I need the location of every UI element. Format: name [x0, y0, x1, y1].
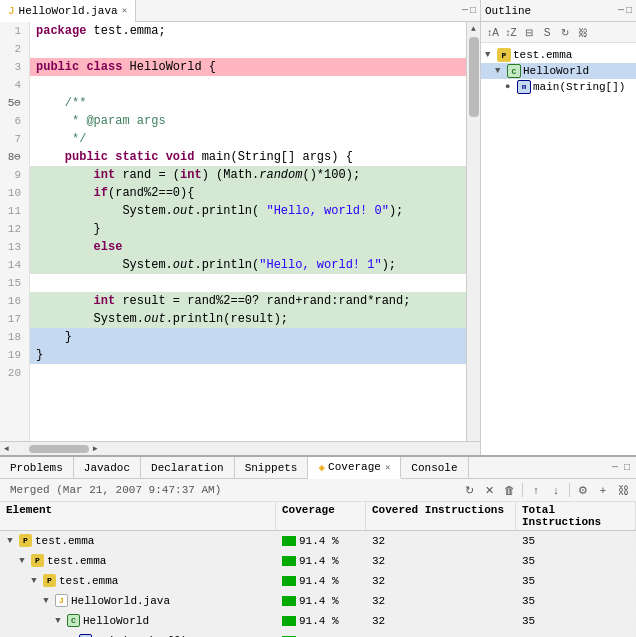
tab-coverage-close[interactable]: ✕ — [385, 462, 390, 473]
add-button[interactable]: + — [594, 481, 612, 499]
outline-maximize-icon[interactable]: □ — [626, 5, 632, 16]
table-row[interactable]: ▼ P test.emma 91.4 % 32 35 — [0, 551, 636, 571]
merged-text: Merged (Mar 21, 2007 9:47:37 AM) — [4, 482, 227, 498]
bottom-minimize-icon[interactable]: ─ — [610, 462, 620, 473]
line-num-18: 18 — [0, 328, 25, 346]
sort-az-button[interactable]: ↕A — [485, 24, 501, 40]
scroll-thumb-h[interactable] — [29, 445, 89, 453]
outline-item-test-emma[interactable]: ▼ P test.emma — [481, 47, 636, 63]
link2-button[interactable]: ⛓ — [614, 481, 632, 499]
expand-icon[interactable]: ▼ — [16, 555, 28, 567]
row-label: test.emma — [59, 575, 118, 587]
bottom-maximize-icon[interactable]: □ — [622, 462, 632, 473]
scroll-left-arrow[interactable]: ◄ — [4, 444, 9, 453]
toolbar-sep-1 — [522, 483, 523, 497]
toolbar-sep-2 — [569, 483, 570, 497]
coverage-header: Element Coverage Covered Instructions To… — [0, 502, 636, 531]
code-line-7: */ — [30, 130, 466, 148]
tab-problems[interactable]: Problems — [0, 457, 74, 479]
maximize-icon[interactable]: □ — [470, 5, 476, 16]
code-line-9: int rand = (int) (Math.random()*100); — [30, 166, 466, 184]
code-line-4 — [30, 76, 466, 94]
coverage-pct: 91.4 % — [299, 555, 339, 567]
code-line-10: if(rand%2==0){ — [30, 184, 466, 202]
code-area[interactable]: package test.emma; public class HelloWor… — [30, 22, 466, 441]
outline-toolbar: ↕A ↕Z ⊟ S ↻ ⛓ — [481, 22, 636, 43]
editor-tab[interactable]: J HelloWorld.java ✕ — [0, 0, 136, 22]
hide-static-button[interactable]: S — [539, 24, 555, 40]
line-num-15: 15 — [0, 274, 25, 292]
outline-minimize-icon[interactable]: ─ — [618, 5, 624, 16]
expand-method-icon[interactable]: ● — [505, 82, 515, 92]
tab-coverage-label: Coverage — [328, 461, 381, 473]
coverage-icon: ◈ — [318, 461, 325, 474]
tab-declaration[interactable]: Declaration — [141, 457, 235, 479]
table-row[interactable]: ● m main(String[]) 100.0 % 32 0 — [0, 631, 636, 637]
scroll-thumb-v[interactable] — [469, 37, 479, 117]
minimize-icon[interactable]: ─ — [462, 5, 468, 16]
line-num-16: 16 — [0, 292, 25, 310]
tab-javadoc[interactable]: Javadoc — [74, 457, 141, 479]
hide-fields-button[interactable]: ⊟ — [521, 24, 537, 40]
editor-tab-bar: J HelloWorld.java ✕ ─ □ — [0, 0, 480, 22]
export-button[interactable]: ↑ — [527, 481, 545, 499]
line-num-8: 8⊖ — [0, 148, 25, 166]
total-cell: 35 — [516, 594, 636, 608]
editor-tab-close[interactable]: ✕ — [122, 5, 127, 16]
clear-button[interactable]: ✕ — [480, 481, 498, 499]
editor-scrollbar-h[interactable]: ◄ ► — [0, 441, 480, 455]
expand-icon[interactable]: ▼ — [52, 615, 64, 627]
coverage-table: Element Coverage Covered Instructions To… — [0, 502, 636, 637]
expand-icon[interactable]: ▼ — [28, 575, 40, 587]
line-num-10: 10 — [0, 184, 25, 202]
link-button[interactable]: ⛓ — [575, 24, 591, 40]
tab-snippets[interactable]: Snippets — [235, 457, 309, 479]
coverage-cell-val: 91.4 % — [276, 594, 366, 608]
delete-button[interactable]: 🗑 — [500, 481, 518, 499]
line-num-6: 6 — [0, 112, 25, 130]
line-numbers: 1 2 3 4 5⊖ 6 7 8⊖ 9 10 11 12 13 14 15 16 — [0, 22, 30, 441]
code-line-1: package test.emma; — [30, 22, 466, 40]
top-area: J HelloWorld.java ✕ ─ □ 1 2 3 4 5⊖ 6 — [0, 0, 636, 455]
element-cell: ● m main(String[]) — [0, 633, 276, 637]
table-row[interactable]: ▼ P test.emma 91.4 % 32 35 — [0, 531, 636, 551]
coverage-pct: 91.4 % — [299, 615, 339, 627]
outline-window-controls: ─ □ — [618, 5, 632, 16]
code-line-19: } — [30, 346, 466, 364]
tab-console[interactable]: Console — [401, 457, 468, 479]
line-num-13: 13 — [0, 238, 25, 256]
outline-class-label: HelloWorld — [523, 65, 589, 77]
sync-button[interactable]: ↻ — [557, 24, 573, 40]
expand-icon[interactable]: ▼ — [40, 595, 52, 607]
total-cell: 35 — [516, 554, 636, 568]
line-num-7: 7 — [0, 130, 25, 148]
settings-button[interactable]: ⚙ — [574, 481, 592, 499]
table-row[interactable]: ▼ J HelloWorld.java 91.4 % 32 35 — [0, 591, 636, 611]
line-num-1: 1 — [0, 22, 25, 40]
coverage-bar — [282, 596, 296, 606]
line-num-17: 17 — [0, 310, 25, 328]
outline-item-helloworld[interactable]: ▼ C HelloWorld — [481, 63, 636, 79]
refresh-button[interactable]: ↻ — [460, 481, 478, 499]
code-line-13: else — [30, 238, 466, 256]
scroll-right-arrow[interactable]: ► — [93, 444, 98, 453]
expand-icon[interactable]: ▼ — [4, 535, 16, 547]
tab-coverage[interactable]: ◈ Coverage ✕ — [308, 457, 401, 479]
sort-za-button[interactable]: ↕Z — [503, 24, 519, 40]
row-class-icon: C — [67, 614, 80, 627]
header-covered: Covered Instructions — [366, 502, 516, 530]
editor-window-controls: ─ □ — [462, 5, 480, 16]
table-row[interactable]: ▼ C HelloWorld 91.4 % 32 35 — [0, 611, 636, 631]
expand-class-icon[interactable]: ▼ — [495, 66, 505, 76]
import-button[interactable]: ↓ — [547, 481, 565, 499]
coverage-cell-val: 91.4 % — [276, 574, 366, 588]
expand-pkg-icon[interactable]: ▼ — [485, 50, 495, 60]
table-row[interactable]: ▼ P test.emma 91.4 % 32 35 — [0, 571, 636, 591]
outline-item-main[interactable]: ● m main(String[]) — [481, 79, 636, 95]
line-num-14: 14 — [0, 256, 25, 274]
scroll-up-arrow[interactable]: ▲ — [471, 24, 476, 33]
editor-scrollbar-v[interactable]: ▲ — [466, 22, 480, 441]
outline-tab-bar: Outline ─ □ — [481, 0, 636, 22]
total-cell: 35 — [516, 574, 636, 588]
covered-cell: 32 — [366, 534, 516, 548]
